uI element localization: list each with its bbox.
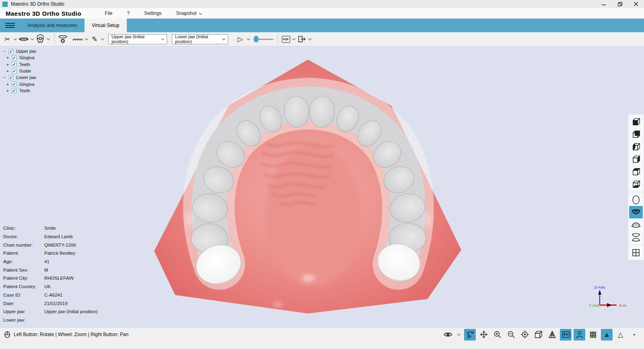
view-cube-bottom-button[interactable] xyxy=(629,178,643,191)
tree-expander[interactable]: + xyxy=(6,62,10,67)
play-icon: ▷ xyxy=(237,36,243,43)
view-lower-arch-button[interactable] xyxy=(629,218,643,231)
menu-help[interactable]: ? xyxy=(120,10,137,16)
scissors-icon: ✂ xyxy=(4,36,10,43)
solid-render-button[interactable]: ▲ xyxy=(601,329,613,341)
visibility-button[interactable] xyxy=(442,329,454,341)
bounding-box-button[interactable] xyxy=(533,329,544,341)
patient-info-row: Patient Sex:M xyxy=(3,266,97,274)
slider-handle[interactable] xyxy=(254,36,258,42)
pdf-export-button[interactable]: PDF xyxy=(281,33,291,45)
both-arches-icon xyxy=(631,233,641,242)
move-arrows-icon xyxy=(479,330,489,339)
hamburger-menu-button[interactable] xyxy=(0,19,20,32)
menu-file[interactable]: File xyxy=(97,10,120,16)
view-cube-left-button[interactable] xyxy=(629,141,643,153)
tree-row-gingiva-lower[interactable]: + ✓ Gingiva xyxy=(6,81,36,87)
gingiva-tool-dropdown[interactable] xyxy=(29,33,35,45)
archwire-tool-button[interactable] xyxy=(72,33,83,45)
zoom-out-button[interactable] xyxy=(505,329,517,341)
view-cube-back-button[interactable] xyxy=(629,128,643,141)
minimize-button[interactable] xyxy=(596,0,612,8)
tree-checkbox[interactable]: ✓ xyxy=(12,88,17,93)
visibility-dropdown[interactable] xyxy=(456,329,462,340)
tree-expander[interactable]: + xyxy=(6,55,10,60)
tab-virtual-setup[interactable]: Virtual Setup xyxy=(85,19,127,32)
tree-row-guide[interactable]: + ✓ Guide xyxy=(6,68,36,74)
x-axis-label: X-Axis xyxy=(619,303,626,307)
close-button[interactable] xyxy=(628,0,644,8)
tree-checkbox[interactable]: ✓ xyxy=(12,81,17,87)
zoom-in-icon xyxy=(493,330,502,339)
tree-checkbox[interactable]: ✓ xyxy=(8,49,14,54)
tree-checkbox[interactable]: ✓ xyxy=(12,55,17,60)
mouse-icon xyxy=(4,331,10,338)
cube-top-icon xyxy=(632,167,641,177)
center-view-button[interactable] xyxy=(519,329,530,341)
view-cube-front-button[interactable] xyxy=(629,116,643,128)
gingiva-tool-button[interactable] xyxy=(19,33,29,45)
tree-row-teeth-upper[interactable]: + ✓ Teeth xyxy=(6,61,36,68)
chevron-down-icon xyxy=(85,37,88,40)
rotate-tool-button[interactable] xyxy=(464,329,476,341)
tree-expander[interactable]: + xyxy=(6,82,10,87)
menu-settings[interactable]: Settings xyxy=(137,10,169,16)
cut-tool-button[interactable]: ✂ xyxy=(2,33,12,45)
chevron-down-icon xyxy=(31,37,34,40)
export-dropdown[interactable] xyxy=(307,33,313,45)
tab-analysis-and-measures[interactable]: Analysis and measures xyxy=(20,19,85,32)
bracket-tool-dropdown[interactable] xyxy=(45,33,52,45)
draw-tool-dropdown[interactable] xyxy=(99,33,106,45)
bracket-tool-button[interactable] xyxy=(35,33,45,45)
image-icon xyxy=(561,330,571,339)
restore-button[interactable] xyxy=(612,0,628,8)
eye-icon xyxy=(443,331,453,338)
tree-expander[interactable]: + xyxy=(6,69,10,73)
setup-tool-button[interactable] xyxy=(58,33,68,45)
screenshot-button[interactable] xyxy=(560,329,572,341)
archwire-tool-dropdown[interactable] xyxy=(83,33,90,45)
tree-expander[interactable]: − xyxy=(2,49,6,54)
view-cube-right-button[interactable] xyxy=(629,153,643,166)
mesh-triangle-button[interactable] xyxy=(546,329,558,341)
mouse-hint-text: Left Button: Rotate | Wheel: Zoom | Righ… xyxy=(14,332,128,337)
tree-expander[interactable]: + xyxy=(6,88,10,93)
tree-row-teeth-lower[interactable]: + ✓ Teeth xyxy=(6,87,36,94)
chevron-down-icon xyxy=(292,37,295,40)
tree-row-gingiva-upper[interactable]: + ✓ Gingiva xyxy=(6,54,36,61)
play-animation-button[interactable]: ▷ xyxy=(235,33,245,45)
tree-checkbox[interactable]: ✓ xyxy=(8,75,14,80)
tree-row-upper-jaw[interactable]: − ✓ Upper jaw xyxy=(2,48,36,54)
view-upper-arch-button[interactable] xyxy=(629,206,643,218)
view-both-arches-button[interactable] xyxy=(629,231,643,243)
patient-info-panel: Clinic:Smile Doctor:Edward Lamb Chart nu… xyxy=(3,224,97,324)
tree-checkbox[interactable]: ✓ xyxy=(12,69,17,74)
tree-expander[interactable]: − xyxy=(2,75,6,80)
lower-jaw-select[interactable]: Lower jaw (Initial position) xyxy=(172,34,228,44)
lips-icon xyxy=(19,36,29,42)
chevron-down-icon xyxy=(199,11,202,15)
pan-tool-button[interactable] xyxy=(478,329,489,341)
patient-info-toggle-button[interactable] xyxy=(574,329,585,341)
rail-separator xyxy=(628,245,644,245)
app-icon xyxy=(2,2,8,7)
cut-tool-dropdown[interactable] xyxy=(12,33,19,45)
tree-checkbox[interactable]: ✓ xyxy=(12,62,17,67)
animation-slider[interactable] xyxy=(253,33,273,45)
play-dropdown[interactable] xyxy=(245,33,252,45)
cube-bottom-icon xyxy=(632,180,641,189)
view-arch-form-button[interactable] xyxy=(629,193,643,206)
upper-jaw-select[interactable]: Upper jaw (Initial position) xyxy=(108,34,167,44)
tree-row-lower-jaw[interactable]: − ✓ Lower jaw xyxy=(2,74,36,81)
pdf-export-dropdown[interactable] xyxy=(291,33,297,45)
more-options-button[interactable]: • xyxy=(628,329,640,341)
texture-grid-button[interactable] xyxy=(587,329,599,341)
multiview-button[interactable] xyxy=(629,246,643,259)
export-button[interactable] xyxy=(297,33,307,45)
draw-tool-button[interactable]: ✎ xyxy=(90,33,99,45)
3d-viewport[interactable]: − ✓ Upper jaw + ✓ Gingiva + ✓ Teeth + ✓ … xyxy=(0,46,644,327)
zoom-in-button[interactable] xyxy=(491,329,503,341)
menu-snapshot[interactable]: Snapshot xyxy=(169,10,209,16)
view-cube-top-button[interactable] xyxy=(629,166,643,178)
wireframe-render-button[interactable]: △ xyxy=(615,329,626,341)
